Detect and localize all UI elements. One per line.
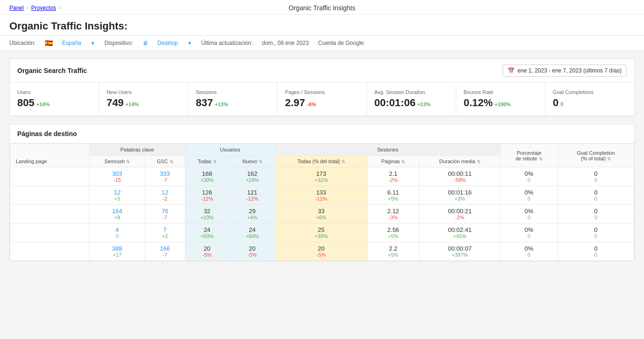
location-dropdown[interactable]: España [62, 40, 81, 46]
device-dropdown[interactable]: Desktop [157, 40, 178, 46]
table-row: 164 +9 76 -7 32 +10% 29 +4% 33 +6% [10, 205, 634, 224]
breadcrumb: Panel › Proyectos › Organic Traffic Insi… [0, 0, 644, 14]
metric-goal: Goal Completions 0 0 [545, 83, 634, 115]
metric-users: Users 805 +14% [10, 83, 99, 115]
cell-duracion-main: 00:00:21 [423, 208, 496, 215]
cell-nuevo-main: 162 [233, 170, 271, 177]
cell-goal: 0 0 [558, 167, 634, 186]
cell-rebote-main: 0% [504, 226, 554, 233]
col-paginas[interactable]: Páginas ⇅ [367, 156, 419, 167]
cell-semrush-sub: +3 [93, 196, 141, 202]
cell-rebote-main: 0% [504, 189, 554, 196]
cell-todas-sub: -12% [189, 196, 226, 202]
last-update-value: dom., 08 ene 2023 [262, 40, 309, 46]
cell-semrush-sub: -15 [93, 177, 141, 183]
cell-duracion-main: 00:02:41 [423, 226, 496, 233]
cell-sesiones-todas: 25 +39% [275, 224, 367, 242]
metric-new-users-value: 749 [106, 97, 124, 109]
cell-landing-page [10, 242, 90, 261]
cell-semrush-sub: +17 [93, 252, 141, 258]
col-semrush[interactable]: Semrush ⇅ [90, 156, 145, 167]
col-gsc[interactable]: GSC ⇅ [145, 156, 185, 167]
cell-landing-page [10, 205, 90, 224]
col-sesiones-todas[interactable]: Todas (% del total) ⇅ [275, 156, 367, 167]
cell-paginas-sub: +5% [371, 196, 416, 202]
cell-gsc-sub: -7 [149, 215, 181, 220]
sort-paginas-icon[interactable]: ⇅ [401, 159, 405, 164]
metric-new-users-change: +14% [126, 101, 139, 107]
page-title: Organic Traffic Insights: [9, 20, 635, 32]
cell-goal: 0 0 [558, 205, 634, 224]
cell-todas-sub: -5% [189, 252, 226, 258]
sort-semrush-icon[interactable]: ⇅ [126, 159, 130, 164]
cell-duracion-main: 00:01:16 [423, 189, 496, 196]
cell-paginas: 2.56 +5% [367, 224, 419, 242]
col-duracion[interactable]: Duración media ⇅ [419, 156, 500, 167]
cell-paginas-main: 2.12 [371, 208, 416, 215]
cell-todas-main: 20 [189, 245, 226, 252]
cell-semrush-sub: 0 [93, 233, 141, 239]
cell-gsc: 333 -7 [145, 167, 185, 186]
cell-landing-page: · [10, 224, 90, 242]
col-todas[interactable]: Todas ⇅ [185, 156, 229, 167]
cell-gsc-sub: +2 [149, 233, 181, 239]
sort-goal-icon[interactable]: ⇅ [607, 156, 611, 161]
metric-pages-sessions: Pages / Sessions 2.97 -6% [277, 83, 367, 115]
metric-users-change: +14% [36, 101, 50, 107]
metric-users-value: 805 [17, 97, 35, 109]
cell-nuevo-sub: -12% [233, 196, 271, 202]
organic-traffic-title: Organic Search Traffic [17, 67, 87, 74]
sort-nuevo-icon[interactable]: ⇅ [259, 159, 262, 164]
sort-sesiones-todas-icon[interactable]: ⇅ [341, 159, 345, 164]
cell-semrush: 164 +9 [90, 205, 145, 224]
cell-semrush-main: 303 [93, 170, 141, 177]
col-nuevo[interactable]: Nuevo ⇅ [229, 156, 276, 167]
date-range-button[interactable]: 📅 ene 1, 2023 - ene 7, 2023 (últimos 7 d… [502, 65, 627, 77]
cell-paginas-sub: -2% [371, 177, 416, 183]
sort-todas-icon[interactable]: ⇅ [213, 159, 217, 164]
cell-gsc-sub: -7 [149, 177, 181, 183]
cell-goal: 0 0 [558, 242, 634, 261]
cell-gsc-main: 76 [149, 208, 181, 215]
metric-sessions: Sessions 837 +13% [188, 83, 277, 115]
cell-paginas: 6.11 +5% [367, 186, 419, 205]
cell-sesiones-sub: +6% [279, 215, 363, 220]
cell-todas-main: 168 [189, 170, 226, 177]
metric-avg-session-value: 00:01:06 [375, 97, 416, 109]
cell-nuevo-main: 121 [233, 189, 271, 196]
cell-sesiones-main: 173 [279, 170, 363, 177]
cell-duracion: 00:00:07 +397% [419, 242, 500, 261]
cell-nuevo-main: 29 [233, 208, 271, 215]
cell-duracion-sub: -2% [423, 215, 496, 220]
cell-todas-sub: +30% [189, 177, 226, 183]
col-goal-completion: Goal Completion(% of total) ⇅ [558, 144, 634, 167]
cell-gsc: 12 -2 [145, 186, 185, 205]
breadcrumb-current: Organic Traffic Insights [289, 4, 355, 12]
cell-nuevo-sub: +4% [233, 215, 271, 220]
sort-rebote-icon[interactable]: ⇅ [539, 156, 543, 161]
cell-goal: 0 0 [558, 224, 634, 242]
cell-duracion-main: 00:00:11 [423, 170, 496, 177]
location-flag: 🇪🇸 [45, 39, 53, 47]
breadcrumb-sep2: › [59, 5, 61, 11]
breadcrumb-proyectos[interactable]: Proyectos [31, 5, 56, 11]
cell-nuevo: 121 -12% [229, 186, 276, 205]
cell-sesiones-main: 20 [279, 245, 363, 252]
cell-sesiones-sub: +31% [279, 177, 363, 183]
cell-rebote: 0% 0 [500, 167, 558, 186]
sort-gsc-icon[interactable]: ⇅ [170, 159, 173, 164]
metric-bounce-label: Bounce Rate [464, 89, 538, 95]
metric-goal-value: 0 [553, 97, 559, 109]
breadcrumb-panel[interactable]: Panel [9, 5, 24, 11]
device-label: Dispositivo: [105, 40, 133, 46]
cell-sesiones-todas: 20 -5% [275, 242, 367, 261]
cell-rebote-sub: 0 [504, 177, 554, 183]
cell-duracion-sub: +3% [423, 196, 496, 202]
cell-nuevo: 24 +60% [229, 224, 276, 242]
cell-gsc-main: 166 [149, 245, 181, 252]
cell-todas-main: 32 [189, 208, 226, 215]
sort-duracion-icon[interactable]: ⇅ [477, 159, 481, 164]
cell-semrush-main: 12 [93, 189, 141, 196]
cell-todas-main: 126 [189, 189, 226, 196]
landing-pages-table: Landing page Palabras clave Usuarios Ses… [10, 144, 634, 261]
